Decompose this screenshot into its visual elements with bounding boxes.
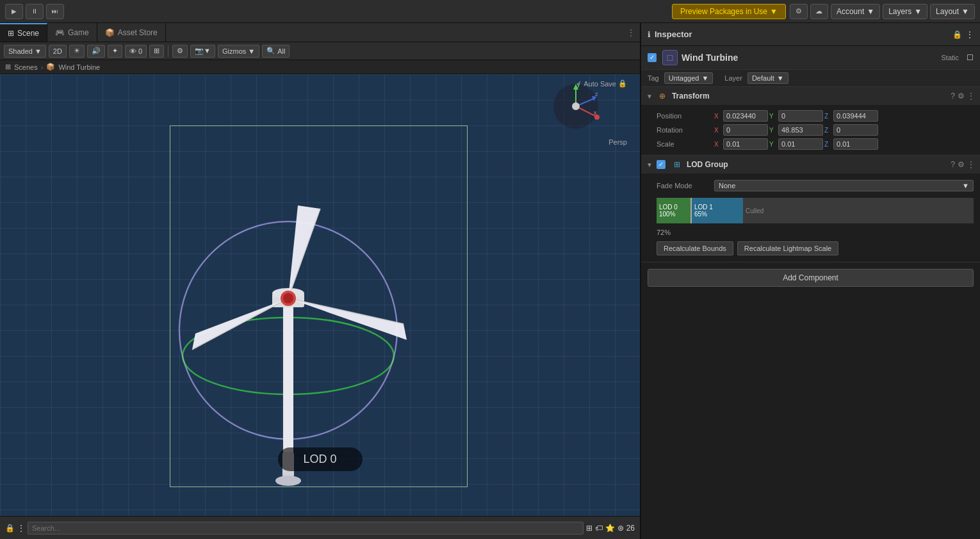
lod-more-icon[interactable]: ⋮ xyxy=(967,160,975,169)
gameobject-icon: □ xyxy=(662,50,678,65)
gameobject-name[interactable]: Wind Turbine xyxy=(682,52,933,63)
breadcrumb-separator: › xyxy=(41,63,44,71)
lod1-bar[interactable]: LOD 1 65% xyxy=(692,198,743,223)
lod-header-icons: ? ⚙ ⋮ xyxy=(951,160,975,169)
wind-turbine-breadcrumb[interactable]: Wind Turbine xyxy=(58,63,100,71)
fade-mode-select[interactable]: None ▼ xyxy=(714,180,974,191)
lod0-bar[interactable]: LOD 0 100% xyxy=(657,198,692,223)
scene-tab-icon: ⊞ xyxy=(8,29,14,38)
pause-button[interactable]: ⏸ xyxy=(26,4,44,19)
scale-values: X Y Z xyxy=(714,138,974,150)
rotation-row: Rotation X Y Z xyxy=(641,123,980,137)
play-button[interactable]: ▶ xyxy=(5,4,23,19)
shaded-dropdown[interactable]: Shaded ▼ xyxy=(4,45,46,58)
axis-gizmo[interactable]: y x z xyxy=(550,81,601,132)
transform-settings-icon[interactable]: ⚙ xyxy=(958,92,965,101)
scene-settings-btn[interactable]: ⚙ xyxy=(172,45,188,58)
tab-game[interactable]: 🎮 Game xyxy=(47,23,97,42)
preview-packages-button[interactable]: Preview Packages in Use ▼ xyxy=(672,4,786,19)
account-dropdown[interactable]: Account ▼ xyxy=(831,4,880,19)
lock-inspector-icon[interactable]: 🔒 xyxy=(952,30,962,39)
scale-y-field: Y xyxy=(769,138,823,150)
svg-text:z: z xyxy=(595,91,598,97)
inspector-more-icon[interactable]: ⋮ xyxy=(966,30,974,39)
account-chevron-icon: ▼ xyxy=(867,7,874,16)
scene-tabs: ⊞ Scene 🎮 Game 📦 Asset Store ⋮ xyxy=(0,23,640,42)
lod-active-checkbox[interactable]: ✓ xyxy=(657,160,666,169)
cloud-button[interactable]: ☁ xyxy=(810,4,828,19)
scene-tag-icon[interactable]: 🏷 xyxy=(595,524,603,533)
culled-label: Culled xyxy=(746,207,764,214)
static-label: Static xyxy=(937,52,963,63)
scene-more-icon[interactable]: ⋮ xyxy=(17,524,25,533)
effects-toggle[interactable]: ✦ xyxy=(108,45,122,58)
scene-canvas[interactable]: ✓ Auto Save 🔒 xyxy=(0,74,640,516)
scene-visibility-toggle[interactable]: 👁 0 xyxy=(125,45,147,58)
rot-y-input[interactable] xyxy=(778,124,823,136)
2d-button[interactable]: 2D xyxy=(49,45,67,58)
lod1-percent: 65% xyxy=(694,211,740,218)
scene-search-input[interactable] xyxy=(28,522,584,535)
fade-mode-row: Fade Mode None ▼ xyxy=(641,177,980,194)
chevron-down-icon: ▼ xyxy=(770,7,778,16)
light-toggle[interactable]: ☀ xyxy=(69,45,85,58)
recalculate-lightmap-button[interactable]: Recalculate Lightmap Scale xyxy=(737,241,838,255)
rot-x-input[interactable] xyxy=(723,124,768,136)
pos-z-input[interactable] xyxy=(833,110,878,122)
scene-tabs-more[interactable]: ⋮ xyxy=(622,28,640,37)
position-values: X Y Z xyxy=(714,110,974,122)
2d-label: 2D xyxy=(53,47,62,55)
add-component-button[interactable]: Add Component xyxy=(648,269,974,287)
layout-chevron-icon: ▼ xyxy=(961,7,969,16)
scene-layers-icon[interactable]: ⊛ 26 xyxy=(617,524,635,533)
lod-settings-icon[interactable]: ⚙ xyxy=(958,160,965,169)
scale-z-field: Z xyxy=(824,138,878,150)
pos-y-input[interactable] xyxy=(778,110,823,122)
layout-dropdown[interactable]: Layout ▼ xyxy=(930,4,975,19)
inspector-header-icons: 🔒 ⋮ xyxy=(952,30,974,39)
layer-dropdown[interactable]: Default ▼ xyxy=(747,72,788,84)
pos-x-input[interactable] xyxy=(723,110,768,122)
grid-icon: ⊞ xyxy=(5,63,11,71)
collab-settings-button[interactable]: ⚙ xyxy=(790,4,808,19)
game-tab-icon: 🎮 xyxy=(55,28,65,37)
lod-group-header[interactable]: ▼ ✓ ⊞ LOD Group ? ⚙ ⋮ xyxy=(641,156,980,173)
step-button[interactable]: ⏭ xyxy=(46,4,64,19)
lod-icon: ⊞ xyxy=(671,159,683,170)
scale-y-input[interactable] xyxy=(778,138,823,150)
gizmos-chevron-icon: ▼ xyxy=(248,47,255,55)
lod-marker-percent: 72% xyxy=(641,227,980,239)
audio-toggle[interactable]: 🔊 xyxy=(87,45,105,58)
lod-help-icon[interactable]: ? xyxy=(951,160,955,169)
scale-z-input[interactable] xyxy=(833,138,878,150)
tag-dropdown[interactable]: Untagged ▼ xyxy=(664,72,714,84)
inspector-body: ✓ □ Wind Turbine Static ☐ Tag Untagged ▼… xyxy=(641,46,980,539)
lock-scene-icon[interactable]: 🔒 xyxy=(5,524,15,533)
scale-x-input[interactable] xyxy=(723,138,768,150)
all-dropdown[interactable]: 🔍 All xyxy=(262,45,290,58)
lod0-label: LOD 0 xyxy=(659,204,689,211)
scale-row: Scale X Y Z xyxy=(641,137,980,151)
inspector-title: Inspector xyxy=(655,29,692,39)
scene-star-icon[interactable]: ⭐ xyxy=(605,524,615,533)
transform-header[interactable]: ▼ ⊕ Transform ? ⚙ ⋮ xyxy=(641,87,980,105)
layout-label: Layout xyxy=(936,7,959,16)
static-checkbox[interactable]: ☐ xyxy=(967,53,974,62)
gameobject-active-checkbox[interactable]: ✓ xyxy=(648,53,657,62)
recalculate-bounds-button[interactable]: Recalculate Bounds xyxy=(657,241,733,255)
rot-z-input[interactable] xyxy=(833,124,878,136)
rot-z-icon: Z xyxy=(824,127,832,134)
tag-label: Tag xyxy=(648,74,659,82)
transform-help-icon[interactable]: ? xyxy=(951,92,955,101)
tab-scene[interactable]: ⊞ Scene xyxy=(0,23,47,42)
gameobject-header: ✓ □ Wind Turbine Static ☐ xyxy=(641,46,980,70)
layers-dropdown[interactable]: Layers ▼ xyxy=(883,4,927,19)
grid-toggle[interactable]: ⊞ xyxy=(149,45,164,58)
scene-filter-icon[interactable]: ⊞ xyxy=(586,524,592,533)
tab-asset-store[interactable]: 📦 Asset Store xyxy=(97,23,166,42)
camera-btn[interactable]: 📷▼ xyxy=(190,45,215,58)
scale-label: Scale xyxy=(657,140,714,148)
scenes-link[interactable]: Scenes xyxy=(14,63,38,71)
gizmos-dropdown[interactable]: Gizmos ▼ xyxy=(218,45,259,58)
transform-more-icon[interactable]: ⋮ xyxy=(967,92,975,101)
